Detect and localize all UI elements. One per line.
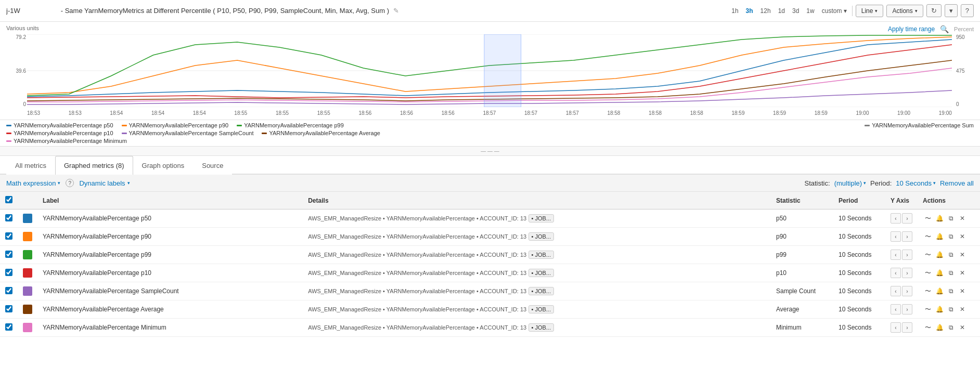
row-copy-icon-1[interactable]: ⧉	[946, 231, 956, 242]
time-range-custom[interactable]: custom ▾	[820, 6, 849, 16]
row-checkbox-4[interactable]	[5, 287, 12, 294]
row-delete-icon-0[interactable]: ✕	[957, 213, 968, 224]
row-delete-icon-5[interactable]: ✕	[957, 304, 968, 315]
actions-button[interactable]: Actions ▾	[886, 5, 923, 17]
row-copy-icon-3[interactable]: ⧉	[946, 268, 956, 278]
row-alarm-icon-5[interactable]: 🔔	[934, 304, 945, 315]
row-copy-icon-6[interactable]: ⧉	[946, 322, 956, 333]
legend-item-min: YARNMemoryAvailablePercentage Minimum	[6, 138, 127, 144]
row-job-pill-6[interactable]: • JOB...	[528, 323, 554, 332]
collapse-bar[interactable]: — — —	[0, 147, 980, 156]
nav-left-6[interactable]: ‹	[891, 322, 901, 333]
row-delete-icon-6[interactable]: ✕	[957, 322, 968, 333]
row-job-pill-0[interactable]: • JOB...	[528, 214, 554, 222]
legend-label-min: YARNMemoryAvailablePercentage Minimum	[14, 138, 127, 144]
row-copy-icon-4[interactable]: ⧉	[946, 286, 956, 296]
row-job-pill-3[interactable]: • JOB...	[528, 269, 554, 277]
color-swatch-2[interactable]	[23, 250, 32, 259]
remove-all-button[interactable]: Remove all	[940, 179, 974, 187]
row-copy-icon-5[interactable]: ⧉	[946, 304, 956, 315]
row-alarm-icon-2[interactable]: 🔔	[934, 250, 945, 260]
table-row: YARNMemoryAvailablePercentage p99 AWS_EM…	[0, 246, 980, 264]
nav-right-0[interactable]: ›	[902, 213, 912, 224]
nav-left-0[interactable]: ‹	[891, 213, 901, 224]
nav-left-4[interactable]: ‹	[891, 286, 901, 296]
color-swatch-4[interactable]	[23, 286, 32, 296]
tab-all-metrics[interactable]: All metrics	[6, 156, 55, 175]
nav-left-2[interactable]: ‹	[891, 250, 901, 260]
row-graph-icon-1[interactable]: 〜	[923, 231, 933, 242]
chart-type-dropdown[interactable]: Line ▾	[856, 5, 884, 17]
time-range-12h[interactable]: 12h	[758, 6, 773, 16]
x-label: 19:00	[939, 110, 952, 116]
time-range-1w[interactable]: 1w	[804, 6, 816, 16]
row-checkbox-3[interactable]	[5, 269, 12, 276]
x-label: 18:56	[442, 110, 455, 116]
legend-label-p10: YARNMemoryAvailablePercentage p10	[14, 130, 113, 136]
nav-right-4[interactable]: ›	[902, 286, 912, 296]
row-alarm-icon-1[interactable]: 🔔	[934, 231, 945, 242]
nav-left-3[interactable]: ‹	[891, 268, 901, 278]
row-copy-icon-0[interactable]: ⧉	[946, 213, 956, 224]
color-swatch-5[interactable]	[23, 305, 32, 314]
row-copy-icon-2[interactable]: ⧉	[946, 250, 956, 260]
row-delete-icon-1[interactable]: ✕	[957, 231, 968, 242]
color-swatch-3[interactable]	[23, 268, 32, 278]
color-swatch-1[interactable]	[23, 232, 32, 241]
more-options-button[interactable]: ▾	[945, 4, 958, 17]
select-all-checkbox[interactable]	[5, 196, 12, 203]
row-alarm-icon-0[interactable]: 🔔	[934, 213, 945, 224]
color-swatch-0[interactable]	[23, 214, 32, 223]
search-icon[interactable]: 🔍	[940, 25, 949, 33]
row-yaxis-cell: ‹ ›	[885, 300, 918, 319]
nav-left-1[interactable]: ‹	[891, 231, 901, 242]
row-job-pill-1[interactable]: • JOB...	[528, 232, 554, 241]
time-range-1h[interactable]: 1h	[729, 6, 740, 16]
row-checkbox-1[interactable]	[5, 232, 12, 240]
row-alarm-icon-3[interactable]: 🔔	[934, 268, 945, 278]
row-graph-icon-5[interactable]: 〜	[923, 304, 933, 315]
row-graph-icon-3[interactable]: 〜	[923, 268, 933, 278]
row-job-pill-5[interactable]: • JOB...	[528, 305, 554, 313]
row-checkbox-5[interactable]	[5, 305, 12, 312]
help-icon[interactable]: ?	[66, 179, 74, 187]
statistic-dropdown[interactable]: (multiple) ▾	[834, 179, 866, 187]
nav-right-3[interactable]: ›	[902, 268, 912, 278]
row-graph-icon-4[interactable]: 〜	[923, 286, 933, 296]
help-button[interactable]: ?	[961, 4, 974, 17]
row-graph-icon-0[interactable]: 〜	[923, 213, 933, 224]
row-checkbox-6[interactable]	[5, 323, 12, 331]
tab-graphed-metrics[interactable]: Graphed metrics (8)	[55, 156, 133, 175]
x-label: 18:55	[276, 110, 289, 116]
row-action-icons-0: 〜 🔔 ⧉ ✕	[923, 213, 975, 224]
row-delete-icon-3[interactable]: ✕	[957, 268, 968, 278]
nav-right-6[interactable]: ›	[902, 322, 912, 333]
tab-source[interactable]: Source	[193, 156, 232, 175]
refresh-button[interactable]: ↻	[926, 4, 942, 17]
nav-right-5[interactable]: ›	[902, 304, 912, 315]
row-graph-icon-6[interactable]: 〜	[923, 322, 933, 333]
row-delete-icon-4[interactable]: ✕	[957, 286, 968, 296]
time-range-3d[interactable]: 3d	[790, 6, 801, 16]
time-range-3h[interactable]: 3h	[744, 6, 755, 16]
row-graph-icon-2[interactable]: 〜	[923, 250, 933, 260]
color-swatch-6[interactable]	[23, 323, 32, 332]
nav-right-1[interactable]: ›	[902, 231, 912, 242]
toolbar-right: Statistic: (multiple) ▾ Period: 10 Secon…	[805, 179, 974, 187]
tab-graph-options[interactable]: Graph options	[133, 156, 194, 175]
math-expression-button[interactable]: Math expression ▾	[6, 179, 60, 187]
row-checkbox-2[interactable]	[5, 251, 12, 258]
edit-icon[interactable]: ✎	[393, 7, 399, 15]
row-delete-icon-2[interactable]: ✕	[957, 250, 968, 260]
row-checkbox-0[interactable]	[5, 214, 12, 221]
row-job-pill-4[interactable]: • JOB...	[528, 287, 554, 295]
apply-time-range-link[interactable]: Apply time range	[888, 25, 935, 33]
dynamic-labels-button[interactable]: Dynamic labels ▾	[79, 179, 130, 187]
period-dropdown[interactable]: 10 Seconds ▾	[896, 179, 936, 187]
nav-right-2[interactable]: ›	[902, 250, 912, 260]
row-job-pill-2[interactable]: • JOB...	[528, 251, 554, 259]
time-range-1d[interactable]: 1d	[776, 6, 787, 16]
row-alarm-icon-6[interactable]: 🔔	[934, 322, 945, 333]
nav-left-5[interactable]: ‹	[891, 304, 901, 315]
row-alarm-icon-4[interactable]: 🔔	[934, 286, 945, 296]
